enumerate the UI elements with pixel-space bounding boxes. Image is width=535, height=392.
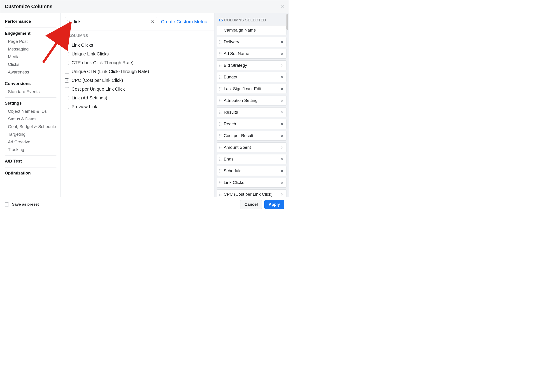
svg-point-18 xyxy=(220,55,221,55)
drag-handle-icon[interactable] xyxy=(218,169,222,173)
svg-point-38 xyxy=(220,99,221,99)
drag-handle-icon[interactable] xyxy=(218,134,222,138)
remove-column-button[interactable] xyxy=(280,86,284,92)
sidebar-category[interactable]: Engagement xyxy=(5,29,57,38)
svg-point-44 xyxy=(220,110,221,111)
selected-column-item[interactable]: Campaign Name xyxy=(217,25,287,35)
remove-column-button[interactable] xyxy=(280,145,284,151)
remove-column-button[interactable] xyxy=(280,98,284,104)
column-option-checkbox[interactable] xyxy=(65,52,69,56)
remove-column-button[interactable] xyxy=(280,62,284,69)
column-option-checkbox[interactable] xyxy=(65,105,69,109)
remove-column-button[interactable] xyxy=(280,180,284,186)
sidebar-category[interactable]: Settings xyxy=(5,98,57,107)
column-option-checkbox[interactable] xyxy=(65,79,69,83)
sidebar-item[interactable]: Awareness xyxy=(5,68,57,76)
sidebar-item[interactable]: Clicks xyxy=(5,61,57,68)
selected-column-item[interactable]: Amount Spent xyxy=(217,142,287,152)
remove-column-button[interactable] xyxy=(280,109,284,115)
drag-handle-icon[interactable] xyxy=(218,157,222,161)
column-option-checkbox[interactable] xyxy=(65,96,69,100)
clear-search-button[interactable] xyxy=(149,18,156,25)
apply-button[interactable]: Apply xyxy=(264,200,284,209)
column-option[interactable]: Unique CTR (Link Click-Through Rate) xyxy=(65,67,210,76)
column-option[interactable]: Link Clicks xyxy=(65,41,210,50)
svg-point-73 xyxy=(219,169,220,170)
sidebar-item[interactable]: Targeting xyxy=(5,131,57,138)
drag-handle-icon[interactable] xyxy=(218,52,222,56)
sidebar-item[interactable]: Object Names & IDs xyxy=(5,107,57,115)
divider xyxy=(5,167,57,168)
sidebar-item[interactable]: Ad Creative xyxy=(5,138,57,146)
svg-point-56 xyxy=(220,134,221,135)
sidebar-category[interactable]: Optimization xyxy=(5,168,57,177)
selected-column-item[interactable]: Link Clicks xyxy=(217,178,287,187)
remove-column-button[interactable] xyxy=(280,121,284,127)
close-icon xyxy=(281,98,283,103)
save-as-preset-checkbox[interactable] xyxy=(5,202,9,206)
selected-column-item[interactable]: Cost per Result xyxy=(217,131,287,141)
drag-handle-icon[interactable] xyxy=(218,192,222,196)
selected-column-item[interactable]: Ad Set Name xyxy=(217,49,287,59)
selected-column-item[interactable]: Attribution Setting xyxy=(217,96,287,106)
drag-handle-icon[interactable] xyxy=(218,40,222,44)
remove-column-button[interactable] xyxy=(280,39,284,45)
sidebar-item[interactable]: Standard Events xyxy=(5,88,57,96)
sidebar-category[interactable]: Conversions xyxy=(5,79,57,88)
sidebar-item[interactable]: Media xyxy=(5,53,57,61)
selected-column-label: Schedule xyxy=(224,168,278,173)
selected-column-item[interactable]: Last Significant Edit xyxy=(217,84,287,94)
drag-handle-icon[interactable] xyxy=(218,122,222,126)
column-option-checkbox[interactable] xyxy=(65,87,69,91)
sidebar-item[interactable]: Tracking xyxy=(5,146,57,154)
drag-handle-icon[interactable] xyxy=(218,98,222,103)
drag-handle-icon[interactable] xyxy=(218,145,222,149)
drag-handle-icon[interactable] xyxy=(218,181,222,185)
scrollbar[interactable] xyxy=(287,14,288,30)
sidebar-item[interactable]: Status & Dates xyxy=(5,115,57,123)
selected-column-item[interactable]: Reach xyxy=(217,119,287,129)
sidebar-item[interactable]: Goal, Budget & Schedule xyxy=(5,123,57,131)
close-button[interactable] xyxy=(280,3,284,10)
drag-handle-icon[interactable] xyxy=(218,63,222,67)
selected-column-item[interactable]: Ends xyxy=(217,154,287,164)
column-option-checkbox[interactable] xyxy=(65,43,69,47)
svg-point-19 xyxy=(219,64,220,64)
sidebar-category[interactable]: A/B Test xyxy=(5,156,57,165)
drag-handle-icon[interactable] xyxy=(218,110,222,114)
search-input[interactable] xyxy=(65,17,157,26)
selected-column-item[interactable]: Delivery xyxy=(217,37,287,47)
column-option-checkbox[interactable] xyxy=(65,70,69,74)
svg-point-66 xyxy=(220,148,221,149)
cancel-button[interactable]: Cancel xyxy=(240,200,262,209)
svg-point-55 xyxy=(219,134,220,135)
selected-column-item[interactable]: Budget xyxy=(217,72,287,82)
drag-handle-icon[interactable] xyxy=(218,87,222,91)
selected-column-item[interactable]: Results xyxy=(217,107,287,117)
sidebar-category[interactable]: Performance xyxy=(5,18,57,26)
column-option[interactable]: CTR (Link Click-Through Rate) xyxy=(65,58,210,67)
selected-column-item[interactable]: CPC (Cost per Link Click) xyxy=(217,189,287,197)
drag-handle-icon[interactable] xyxy=(218,75,222,79)
column-option[interactable]: Unique Link Clicks xyxy=(65,50,210,58)
svg-point-86 xyxy=(220,192,221,193)
column-option-checkbox[interactable] xyxy=(65,61,69,65)
sidebar-item[interactable]: Page Post xyxy=(5,38,57,45)
column-option[interactable]: Preview Link xyxy=(65,102,210,111)
sidebar-item[interactable]: Messaging xyxy=(5,45,57,53)
remove-column-button[interactable] xyxy=(280,191,284,197)
selected-column-item[interactable]: Bid Strategy xyxy=(217,61,287,70)
column-option[interactable]: Link (Ad Settings) xyxy=(65,93,210,102)
svg-point-9 xyxy=(219,42,220,42)
column-option[interactable]: CPC (Cost per Link Click) xyxy=(65,76,210,85)
remove-column-button[interactable] xyxy=(280,168,284,174)
remove-column-button[interactable] xyxy=(280,74,284,80)
selected-column-item[interactable]: Schedule xyxy=(217,166,287,176)
svg-point-13 xyxy=(219,52,220,52)
column-option[interactable]: Cost per Unique Link Click xyxy=(65,85,210,93)
remove-column-button[interactable] xyxy=(280,51,284,57)
create-custom-metric-link[interactable]: Create Custom Metric xyxy=(161,19,207,24)
remove-column-button[interactable] xyxy=(280,133,284,139)
save-as-preset[interactable]: Save as preset xyxy=(5,202,39,207)
remove-column-button[interactable] xyxy=(280,156,284,162)
